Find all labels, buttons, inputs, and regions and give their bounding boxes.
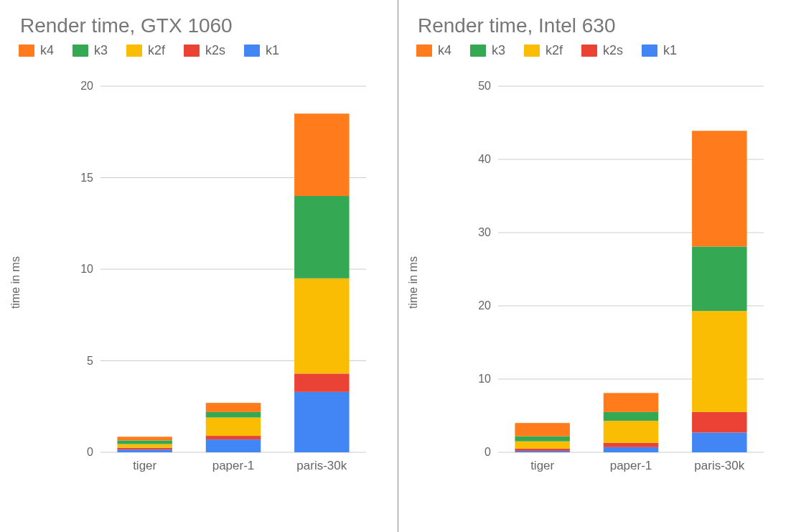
svg-rect-20 — [206, 403, 261, 412]
svg-text:5: 5 — [87, 355, 93, 367]
legend-label: k1 — [663, 43, 677, 58]
chart-legend: k4 k3 k2f k2s k1 — [416, 43, 677, 58]
legend-label: k2s — [205, 43, 225, 58]
legend-swatch-k2s — [184, 45, 200, 57]
chart-legend: k4 k3 k2f k2s k1 — [19, 43, 279, 58]
svg-rect-25 — [294, 196, 349, 279]
legend-item-k2s: k2s — [184, 43, 225, 58]
svg-rect-12 — [117, 444, 172, 448]
legend-swatch-k1 — [642, 45, 657, 57]
page: Render time, GTX 1060 k4 k3 k2f k2s k1 — [0, 0, 796, 532]
svg-rect-49 — [604, 412, 658, 421]
svg-text:30: 30 — [478, 226, 491, 238]
svg-rect-48 — [604, 421, 658, 443]
svg-text:tiger: tiger — [133, 459, 156, 472]
svg-rect-11 — [117, 448, 172, 450]
svg-text:paper-1: paper-1 — [212, 459, 255, 472]
svg-text:0: 0 — [87, 446, 93, 458]
svg-text:20: 20 — [80, 80, 93, 92]
svg-text:paris-30k: paris-30k — [296, 459, 347, 472]
svg-text:tiger: tiger — [530, 459, 554, 472]
svg-rect-52 — [692, 432, 746, 452]
y-axis-label: time in ms — [9, 256, 22, 309]
svg-rect-19 — [206, 412, 261, 418]
svg-text:15: 15 — [80, 172, 93, 184]
legend-label: k4 — [40, 43, 54, 58]
chart-plot-left: 05101520tigerpaper-1paris-30k — [65, 79, 380, 481]
legend-label: k2f — [148, 43, 165, 58]
legend-label: k3 — [492, 43, 505, 58]
legend-item-k3: k3 — [72, 43, 108, 58]
legend-label: k2f — [546, 43, 563, 58]
svg-rect-26 — [294, 113, 349, 196]
svg-rect-42 — [515, 442, 569, 449]
legend-swatch-k1 — [244, 45, 260, 57]
legend-item-k4: k4 — [416, 43, 451, 58]
legend-swatch-k3 — [470, 45, 486, 57]
svg-rect-17 — [206, 436, 261, 439]
chart-panel-right: Render time, Intel 630 k4 k3 k2f k2s k1 — [398, 0, 795, 532]
chart-panel-left: Render time, GTX 1060 k4 k3 k2f k2s k1 — [0, 0, 398, 532]
svg-text:paper-1: paper-1 — [610, 459, 652, 472]
chart-plot-right: 01020304050tigerpaper-1paris-30k — [462, 79, 778, 481]
legend-swatch-k3 — [72, 45, 88, 57]
svg-text:10: 10 — [80, 263, 93, 275]
legend-label: k1 — [266, 43, 279, 58]
svg-rect-53 — [692, 412, 746, 433]
svg-rect-16 — [206, 439, 261, 452]
svg-text:0: 0 — [484, 446, 491, 458]
svg-rect-44 — [515, 423, 569, 436]
svg-rect-50 — [604, 393, 658, 412]
svg-text:paris-30k: paris-30k — [694, 459, 744, 472]
svg-text:40: 40 — [478, 153, 491, 165]
svg-rect-10 — [117, 449, 172, 452]
svg-rect-46 — [604, 447, 658, 452]
svg-rect-23 — [294, 373, 349, 392]
y-axis-label: time in ms — [407, 256, 420, 309]
legend-item-k2f: k2f — [126, 43, 165, 58]
svg-rect-55 — [692, 246, 746, 311]
svg-rect-13 — [117, 440, 172, 444]
legend-swatch-k2f — [126, 45, 142, 57]
svg-text:10: 10 — [478, 373, 491, 385]
legend-label: k3 — [94, 43, 108, 58]
svg-rect-41 — [515, 449, 569, 451]
legend-item-k4: k4 — [19, 43, 54, 58]
svg-rect-18 — [206, 418, 261, 437]
legend-swatch-k4 — [416, 45, 432, 57]
legend-label: k4 — [438, 43, 451, 58]
svg-rect-14 — [117, 437, 172, 440]
svg-rect-47 — [604, 443, 658, 447]
legend-item-k2f: k2f — [524, 43, 563, 58]
svg-rect-40 — [515, 451, 569, 452]
svg-rect-56 — [692, 131, 746, 246]
chart-title: Render time, Intel 630 — [418, 14, 616, 37]
svg-rect-22 — [294, 392, 349, 452]
svg-rect-24 — [294, 279, 349, 374]
svg-text:20: 20 — [478, 299, 491, 312]
legend-swatch-k4 — [19, 45, 34, 57]
svg-text:50: 50 — [478, 80, 491, 92]
legend-item-k1: k1 — [244, 43, 279, 58]
legend-swatch-k2f — [524, 45, 540, 57]
svg-rect-43 — [515, 437, 569, 442]
chart-title: Render time, GTX 1060 — [20, 14, 233, 37]
legend-item-k2s: k2s — [581, 43, 623, 58]
legend-label: k2s — [603, 43, 623, 58]
legend-swatch-k2s — [581, 45, 597, 57]
legend-item-k1: k1 — [642, 43, 677, 58]
legend-item-k3: k3 — [470, 43, 505, 58]
svg-rect-54 — [692, 311, 746, 412]
